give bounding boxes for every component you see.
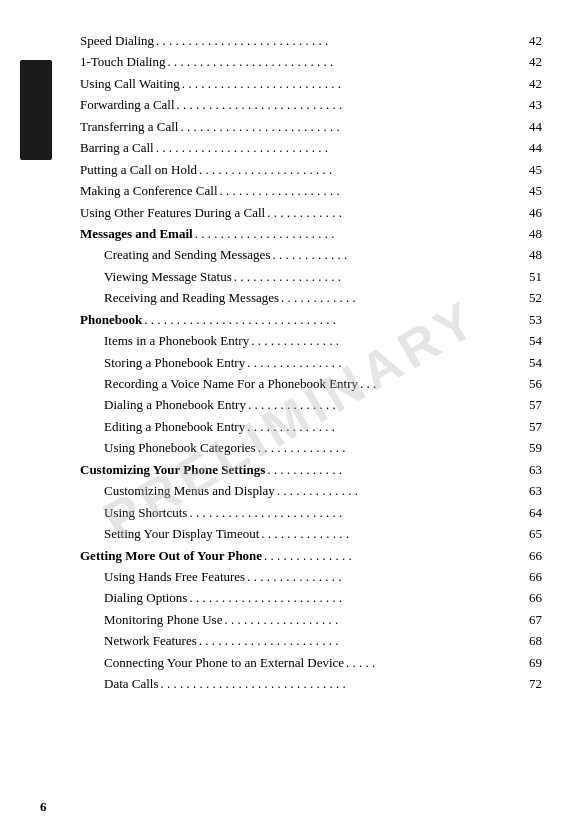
toc-page-number: 56 — [529, 373, 542, 394]
toc-dots: . . . . . . . . . . . . — [267, 459, 523, 480]
toc-page-number: 67 — [529, 609, 542, 630]
toc-item-putting-a-call-on-hold: Putting a Call on Hold . . . . . . . . .… — [80, 159, 542, 180]
toc-dots: . . . . . . . . . . . . . . . . . . . . … — [189, 502, 523, 523]
toc-item-transferring-a-call: Transferring a Call . . . . . . . . . . … — [80, 116, 542, 137]
toc-dots: . . . . . . . . . . . . . . . . . . . . … — [199, 159, 523, 180]
toc-page-number: 44 — [529, 137, 542, 158]
toc-dots: . . . . . . . . . . . . . . . . . . . . … — [199, 630, 523, 651]
toc-dots: . . . . . . . . . . . . . . . . . . . . … — [177, 94, 523, 115]
toc-item-dialing-options: Dialing Options . . . . . . . . . . . . … — [80, 587, 542, 608]
toc-dots: . . . . . . . . . . . . . . . . . . . . … — [156, 30, 523, 51]
toc-label: Using Phonebook Categories — [104, 437, 256, 458]
toc-item-making-a-conference-call: Making a Conference Call . . . . . . . .… — [80, 180, 542, 201]
toc-page-number: 42 — [529, 73, 542, 94]
toc-dots: . . . . . . . . . . . . . . . . . . . . … — [156, 137, 523, 158]
toc-dots: . . . . . . . . . . . . . . . . . . . . … — [167, 51, 523, 72]
toc-page-number: 64 — [529, 502, 542, 523]
toc-item-monitoring-phone-use: Monitoring Phone Use . . . . . . . . . .… — [80, 609, 542, 630]
toc-page-number: 59 — [529, 437, 542, 458]
toc-page-number: 66 — [529, 587, 542, 608]
toc-dots: . . . . . . . . . . . . . . . . . . . . … — [182, 73, 523, 94]
toc-item-customizing-menus: Customizing Menus and Display . . . . . … — [80, 480, 542, 501]
toc-item-messages-and-email: Messages and Email . . . . . . . . . . .… — [80, 223, 542, 244]
toc-item-data-calls: Data Calls . . . . . . . . . . . . . . .… — [80, 673, 542, 694]
toc-dots: . . . . . . . . . . . . . . . . . . . — [220, 180, 523, 201]
toc-item-receiving-and-reading: Receiving and Reading Messages . . . . .… — [80, 287, 542, 308]
toc-label: Recording a Voice Name For a Phonebook E… — [104, 373, 358, 394]
toc-label: 1-Touch Dialing — [80, 51, 165, 72]
toc-page-number: 45 — [529, 180, 542, 201]
toc-item-recording-a-voice-name: Recording a Voice Name For a Phonebook E… — [80, 373, 542, 394]
toc-item-network-features: Network Features . . . . . . . . . . . .… — [80, 630, 542, 651]
toc-page-number: 63 — [529, 459, 542, 480]
toc-list: Speed Dialing . . . . . . . . . . . . . … — [80, 30, 542, 695]
toc-label: Phonebook — [80, 309, 142, 330]
toc-page-number: 63 — [529, 480, 542, 501]
toc-page-number: 54 — [529, 330, 542, 351]
toc-dots: . . . . . . . . . . . . . — [277, 480, 523, 501]
toc-label: Dialing Options — [104, 587, 187, 608]
page-container: PRELIMINARY Speed Dialing . . . . . . . … — [0, 0, 582, 837]
toc-dots: . . . . . . . . . . . . . . . . . . . . … — [180, 116, 523, 137]
toc-page-number: 51 — [529, 266, 542, 287]
toc-dots: . . . . . . . . . . . . — [267, 202, 523, 223]
toc-label: Speed Dialing — [80, 30, 154, 51]
toc-item-setting-display-timeout: Setting Your Display Timeout . . . . . .… — [80, 523, 542, 544]
toc-item-forwarding-a-call: Forwarding a Call . . . . . . . . . . . … — [80, 94, 542, 115]
page-number: 6 — [40, 799, 47, 815]
toc-item-using-shortcuts: Using Shortcuts . . . . . . . . . . . . … — [80, 502, 542, 523]
toc-item-connecting-to-external: Connecting Your Phone to an External Dev… — [80, 652, 542, 673]
toc-dots: . . . . . . . . . . . . . . . — [247, 352, 523, 373]
toc-item-phonebook: Phonebook . . . . . . . . . . . . . . . … — [80, 309, 542, 330]
toc-label: Using Hands Free Features — [104, 566, 245, 587]
toc-page-number: 44 — [529, 116, 542, 137]
toc-dots: . . . . . . . . . . . . . . . . . . . . … — [195, 223, 523, 244]
toc-label: Monitoring Phone Use — [104, 609, 222, 630]
toc-label: Transferring a Call — [80, 116, 178, 137]
toc-label: Barring a Call — [80, 137, 154, 158]
toc-page-number: 66 — [529, 545, 542, 566]
toc-dots: . . . . . . . . . . . . . . . . . — [234, 266, 523, 287]
toc-label: Dialing a Phonebook Entry — [104, 394, 246, 415]
toc-page-number: 72 — [529, 673, 542, 694]
toc-item-1-touch-dialing: 1-Touch Dialing . . . . . . . . . . . . … — [80, 51, 542, 72]
toc-dots: . . . . . . . . . . . . — [272, 244, 523, 265]
toc-item-using-other-features: Using Other Features During a Call . . .… — [80, 202, 542, 223]
toc-label: Data Calls — [104, 673, 159, 694]
toc-page-number: 45 — [529, 159, 542, 180]
toc-page-number: 68 — [529, 630, 542, 651]
toc-item-using-hands-free: Using Hands Free Features . . . . . . . … — [80, 566, 542, 587]
toc-label: Getting More Out of Your Phone — [80, 545, 262, 566]
toc-label: Storing a Phonebook Entry — [104, 352, 245, 373]
toc-dots: . . . . . . . . . . . . . . . — [247, 566, 523, 587]
toc-item-getting-more-out: Getting More Out of Your Phone. . . . . … — [80, 545, 542, 566]
toc-dots: . . . . . . . . . . . . . . — [251, 330, 523, 351]
toc-label: Viewing Message Status — [104, 266, 232, 287]
toc-label: Messages and Email — [80, 223, 193, 244]
toc-page-number: 54 — [529, 352, 542, 373]
toc-page-number: 42 — [529, 30, 542, 51]
toc-label: Putting a Call on Hold — [80, 159, 197, 180]
toc-page-number: 48 — [529, 223, 542, 244]
toc-page-number: 52 — [529, 287, 542, 308]
toc-label: Receiving and Reading Messages — [104, 287, 279, 308]
toc-page-number: 46 — [529, 202, 542, 223]
toc-label: Setting Your Display Timeout — [104, 523, 259, 544]
toc-dots: . . . . . . . . . . . . . . — [258, 437, 523, 458]
toc-dots: . . . . . . . . . . . . . . — [248, 394, 523, 415]
toc-item-storing-a-phonebook: Storing a Phonebook Entry . . . . . . . … — [80, 352, 542, 373]
toc-label: Using Shortcuts — [104, 502, 187, 523]
toc-page-number: 66 — [529, 566, 542, 587]
toc-label: Connecting Your Phone to an External Dev… — [104, 652, 344, 673]
toc-dots: . . . . . . . . . . . . . . . . . . — [224, 609, 523, 630]
toc-item-editing-a-phonebook: Editing a Phonebook Entry . . . . . . . … — [80, 416, 542, 437]
toc-label: Customizing Menus and Display — [104, 480, 275, 501]
toc-page-number: 57 — [529, 416, 542, 437]
toc-item-viewing-message-status: Viewing Message Status . . . . . . . . .… — [80, 266, 542, 287]
toc-item-speed-dialing: Speed Dialing . . . . . . . . . . . . . … — [80, 30, 542, 51]
toc-page-number: 43 — [529, 94, 542, 115]
toc-label: Editing a Phonebook Entry — [104, 416, 245, 437]
toc-label: Using Call Waiting — [80, 73, 180, 94]
toc-dots: . . . . . . . . . . . . . . — [264, 545, 523, 566]
toc-label: Creating and Sending Messages — [104, 244, 270, 265]
